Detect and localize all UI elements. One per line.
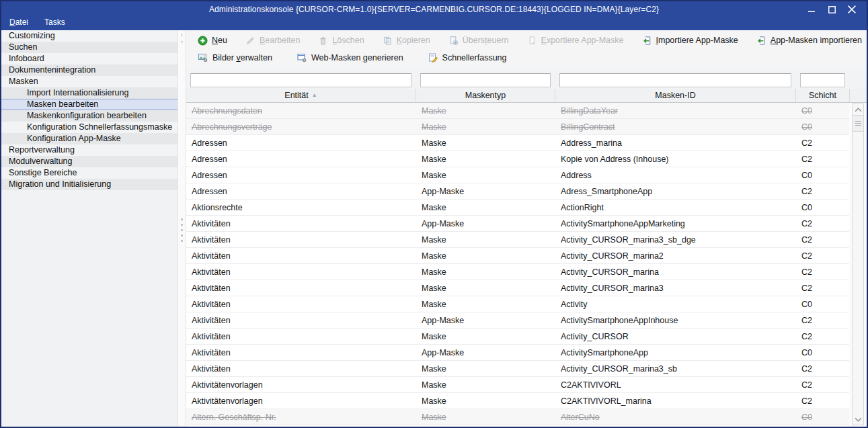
sidebar-item[interactable]: Modulverwaltung xyxy=(1,156,177,167)
table-row[interactable]: Aktivitäten Maske Activity_CURSOR C2 xyxy=(186,329,849,345)
cell-masken-id: Activity_CURSOR_marina xyxy=(555,267,796,277)
column-header-schicht[interactable]: Schicht xyxy=(796,89,850,102)
sidebar-item[interactable]: Konfiguration App-Maske xyxy=(1,133,177,144)
splitter-collapse-icons[interactable]: ‹ › xyxy=(178,32,186,45)
table-row[interactable]: Aktivitäten Maske Activity_CURSOR_marina… xyxy=(186,264,849,280)
column-header-masken-id[interactable]: Masken-ID xyxy=(555,89,796,102)
cell-schicht: C2 xyxy=(796,316,849,325)
table-row[interactable]: Adressen Maske Kopie von Address (Inhous… xyxy=(186,151,849,167)
cell-masken-id: Address xyxy=(555,171,796,180)
cell-masken-id: ActionRight xyxy=(555,203,796,212)
scrollbar-thumb[interactable] xyxy=(853,115,863,132)
table-row[interactable]: Aktivitäten App-Maske ActivitySmartphone… xyxy=(186,216,849,232)
window-controls xyxy=(803,3,867,15)
table-row[interactable]: Altern. Geschäftsp. Nr. Maske AlterCuNo … xyxy=(186,409,849,425)
cell-masken-id: Address_marina xyxy=(555,138,796,148)
trash-icon xyxy=(318,36,328,46)
splitter-handle[interactable]: ‹ › xyxy=(177,30,186,427)
toolbar-row-2: Bilder verwalten Web-Masken generieren S… xyxy=(198,49,867,67)
scrollbar-track[interactable] xyxy=(852,103,864,425)
cell-schicht: C2 xyxy=(796,267,849,277)
minimize-button[interactable] xyxy=(803,3,820,15)
sidebar-item[interactable]: Konfiguration Schnellerfassungsmaske xyxy=(1,122,177,133)
sidebar-item[interactable]: Import Internationalisierung xyxy=(1,87,177,99)
table-row[interactable]: Adressen Maske Address_marina C2 xyxy=(186,135,849,151)
cell-entitaet: Adressen xyxy=(186,138,416,148)
cell-entitaet: Aktivitätenvorlagen xyxy=(186,396,416,406)
cell-entitaet: Aktivitäten xyxy=(186,316,416,325)
sidebar-item[interactable]: Suchen xyxy=(1,42,177,53)
table-row[interactable]: Aktivitätenvorlagen Maske C2AKTIVIVORL_m… xyxy=(186,393,849,409)
cell-schicht: C0 xyxy=(796,413,849,422)
kopieren-button: Kopieren xyxy=(383,36,430,46)
quick-entry-icon xyxy=(428,52,438,63)
minimize-icon xyxy=(808,6,816,13)
app-masken-importieren-button[interactable]: App-Masken importieren xyxy=(756,36,862,46)
export-icon xyxy=(527,36,537,46)
cell-schicht: C0 xyxy=(796,348,849,357)
scroll-down-button[interactable] xyxy=(853,414,863,425)
web-masken-generieren-button[interactable]: Web-Masken generieren xyxy=(297,52,403,63)
table-row[interactable]: Aktionsrechte Maske ActionRight C0 xyxy=(186,200,849,216)
cell-schicht: C2 xyxy=(796,380,849,390)
cell-maskentyp: Maske xyxy=(416,106,555,116)
sidebar-item[interactable]: Dokumentenintegration xyxy=(1,65,177,76)
header-scroll-spacer xyxy=(850,89,867,102)
filter-input-masken-id[interactable] xyxy=(559,73,791,87)
table-row[interactable]: Adressen Maske Address C0 xyxy=(186,167,849,183)
scroll-up-button[interactable] xyxy=(853,104,863,115)
cell-maskentyp: App-Maske xyxy=(416,316,555,325)
cell-masken-id: ActivitySmartphoneAppInhouse xyxy=(555,316,796,325)
cell-masken-id: ActivitySmartphoneAppMarketing xyxy=(555,219,796,228)
table-row[interactable]: Aktivitäten Maske Activity_CURSOR_marina… xyxy=(186,232,849,248)
sidebar-item[interactable]: Customizing xyxy=(1,30,177,42)
neu-button[interactable]: Neu xyxy=(198,36,227,46)
sidebar-item[interactable]: Maskenkonfiguration bearbeiten xyxy=(1,110,177,122)
cell-masken-id: AlterCuNo xyxy=(555,413,796,422)
sidebar-item[interactable]: Masken xyxy=(1,76,177,87)
column-header-maskentyp[interactable]: Maskentyp xyxy=(416,89,555,102)
vertical-scrollbar[interactable] xyxy=(849,103,867,427)
schnellerfassung-button[interactable]: Schnellerfassung xyxy=(428,52,507,63)
table-row[interactable]: Aktivitäten Maske Activity C0 xyxy=(186,296,849,312)
cell-maskentyp: Maske xyxy=(416,380,555,390)
cell-entitaet: Aktivitäten xyxy=(186,267,416,277)
cell-schicht: C2 xyxy=(796,332,849,341)
filter-input-entitaet[interactable] xyxy=(190,73,411,87)
sidebar-item[interactable]: Masken bearbeiten xyxy=(1,99,177,110)
maximize-button[interactable] xyxy=(824,3,840,15)
cell-maskentyp: Maske xyxy=(416,235,555,245)
override-icon xyxy=(448,36,459,46)
table-row[interactable]: Aktivitäten App-Maske ActivitySmartphone… xyxy=(186,345,849,361)
menu-item-datei[interactable]: Datei xyxy=(9,17,28,27)
column-header-entitaet[interactable]: Entität ▲ xyxy=(186,89,416,102)
importiere-app-maske-button[interactable]: Importiere App-Maske xyxy=(642,36,738,46)
cell-masken-id: Activity_CURSOR xyxy=(555,332,796,341)
cell-entitaet: Aktivitäten xyxy=(186,284,416,293)
sidebar-item[interactable]: Migration und Initialisierung xyxy=(1,179,177,190)
sidebar-item[interactable]: Sonstige Bereiche xyxy=(1,167,177,179)
main-area: CustomizingSuchenInfoboardDokumenteninte… xyxy=(1,30,867,427)
close-button[interactable] xyxy=(844,3,860,15)
table-row[interactable]: Aktivitäten Maske Activity_CURSOR_marina… xyxy=(186,280,849,296)
images-gear-icon xyxy=(198,52,208,63)
table-row[interactable]: Abrechnungsverträge Maske BillingContrac… xyxy=(186,119,849,135)
splitter-collapse-left-icon: ‹ xyxy=(181,32,183,38)
table-row[interactable]: Abrechnungsdaten Maske BillingDataYear C… xyxy=(186,103,849,119)
new-icon xyxy=(198,36,208,46)
table-row[interactable]: Aktivitäten App-Maske ActivitySmartphone… xyxy=(186,312,849,329)
filter-input-maskentyp[interactable] xyxy=(420,73,551,87)
bilder-verwalten-button[interactable]: Bilder verwalten xyxy=(198,52,272,63)
cell-schicht: C2 xyxy=(796,235,849,245)
filter-input-schicht[interactable] xyxy=(800,73,845,87)
cell-entitaet: Abrechnungsverträge xyxy=(186,122,416,132)
menu-item-tasks[interactable]: Tasks xyxy=(44,17,65,27)
table-row[interactable]: Adressen App-Maske Adress_SmartphoneApp … xyxy=(186,183,849,200)
table-row[interactable]: Aktivitäten Maske Activity_CURSOR_marina… xyxy=(186,248,849,264)
table-row[interactable]: Aktivitätenvorlagen Maske C2AKTIVIVORL C… xyxy=(186,377,849,393)
bearbeiten-button: Bearbeiten xyxy=(245,36,300,46)
table-row[interactable]: Aktivitäten Maske Activity_CURSOR_marina… xyxy=(186,361,849,377)
sidebar-item[interactable]: Infoboard xyxy=(1,53,177,65)
sidebar-item[interactable]: Reportverwaltung xyxy=(1,144,177,156)
exportiere-app-maske-button: Exportiere App-Maske xyxy=(527,36,624,46)
